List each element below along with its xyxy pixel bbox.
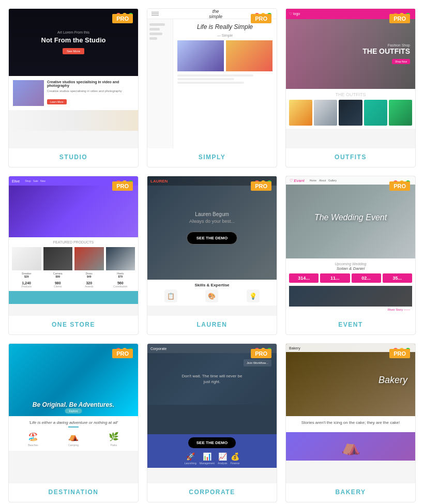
card-outfits[interactable]: PRO ♡ logo Fashion Shop THE OUTFITS Shop… xyxy=(285,8,416,167)
dest-preview: PRO Be Original. Be Adventures. Explore … xyxy=(9,344,138,483)
dest-label: DESTINATION xyxy=(9,483,138,502)
onestore-label: ONE STORE xyxy=(9,316,138,334)
card-lauren[interactable]: PRO LAUREN Lauren Begum Always do your b… xyxy=(147,176,277,335)
corp-preview: PRO Corporate Don't wait. The time will … xyxy=(147,344,277,483)
studio-preview: PRO Art Lorem From this Not From the Stu… xyxy=(9,9,138,148)
pro-badge: PRO xyxy=(112,14,133,23)
pro-badge: PRO xyxy=(251,181,271,191)
event-label: EVENT xyxy=(286,316,415,334)
pro-badge: PRO xyxy=(251,349,271,358)
bakery-label: BAKERY xyxy=(286,483,415,502)
pro-badge: PRO xyxy=(389,14,410,23)
card-studio[interactable]: PRO Art Lorem From this Not From the Stu… xyxy=(8,8,139,167)
onestore-preview: PRO Elive Shop Sale New FEATURED PRODUCT… xyxy=(9,176,138,316)
pro-badge: PRO xyxy=(112,349,133,358)
lauren-preview: PRO LAUREN Lauren Begum Always do your b… xyxy=(147,176,277,316)
simply-preview: PRO thesimple xyxy=(147,9,277,148)
event-preview: PRO ♡ Evant Home About Gallery The Weddi… xyxy=(286,176,415,316)
outfits-preview: PRO ♡ logo Fashion Shop THE OUTFITS Shop… xyxy=(286,9,415,148)
corp-label: CORPORATE xyxy=(147,483,277,502)
template-grid: PRO Art Lorem From this Not From the Stu… xyxy=(0,0,424,504)
card-destination[interactable]: PRO Be Original. Be Adventures. Explore … xyxy=(8,343,139,502)
card-bakery[interactable]: PRO Bakery Bakery Stories aren't the ici… xyxy=(285,343,416,502)
outfits-label: OUTFITS xyxy=(286,148,415,167)
card-event[interactable]: PRO ♡ Evant Home About Gallery The Weddi… xyxy=(285,176,416,335)
studio-label: STUDIO xyxy=(9,148,138,167)
card-simply[interactable]: PRO thesimple xyxy=(147,8,277,167)
pro-badge: PRO xyxy=(112,181,133,191)
card-corporate[interactable]: PRO Corporate Don't wait. The time will … xyxy=(147,343,277,502)
pro-badge: PRO xyxy=(389,349,410,358)
simply-label: SIMPLY xyxy=(147,148,277,167)
lauren-label: LAUREN xyxy=(147,316,277,334)
card-onestore[interactable]: PRO Elive Shop Sale New FEATURED PRODUCT… xyxy=(8,176,139,335)
pro-badge: PRO xyxy=(251,14,271,23)
pro-badge: PRO xyxy=(389,181,410,191)
bakery-preview: PRO Bakery Bakery Stories aren't the ici… xyxy=(286,344,415,483)
